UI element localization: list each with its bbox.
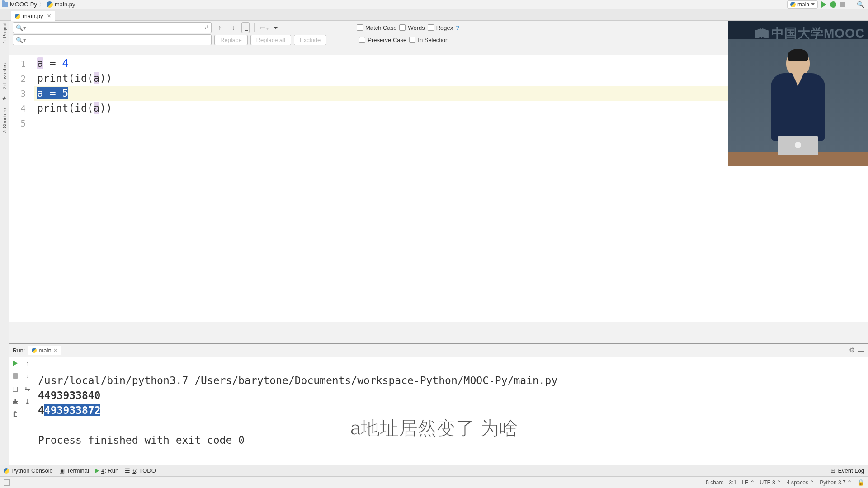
debug-button[interactable] [830,1,836,8]
console-text: 4 [38,404,44,416]
breadcrumb-separator: 〉 [39,0,45,9]
line-number: 1 [9,56,34,71]
python-file-icon [15,14,20,19]
replace-input-box[interactable]: 🔍▾ [13,34,212,45]
run-header: Run: main ✕ ⚙ — [9,344,868,357]
newline-icon[interactable]: ↲ [204,24,208,31]
minimize-icon[interactable]: — [858,347,864,354]
chevron-down-icon [811,3,815,5]
mooc-logo: 中国大学MOOC [728,25,865,42]
console-line: 4493933840 [38,389,100,401]
file-tab-main[interactable]: main.py ✕ [11,11,55,21]
status-interpreter[interactable]: Python 3.7 ⌃ [820,479,852,486]
folder-icon [2,2,8,7]
breadcrumb-file: main.py [55,1,75,8]
words-label: Words [408,24,425,31]
stop-button[interactable] [840,2,845,7]
python-file-icon [790,2,796,7]
status-encoding[interactable]: UTF-8 ⌃ [760,479,781,486]
regex-checkbox[interactable]: Regex [428,24,453,31]
left-tool-strip: 1: Project 2: Favorites ★ 7: Structure [0,21,9,476]
preserve-case-checkbox[interactable]: Preserve Case [359,37,406,43]
python-file-icon [32,348,37,353]
run-button[interactable] [821,1,826,8]
prev-match-button[interactable]: ↑ [214,22,225,33]
replace-all-button[interactable]: Replace all [250,35,291,45]
run-label: Run: [13,347,25,354]
scroll-to-end-icon[interactable]: ⤓ [24,397,32,405]
preserve-case-label: Preserve Case [368,37,406,43]
todo-button[interactable]: ☰ 6: TODO [125,467,156,474]
run-side-toolbar: ◫ 🖶 🗑 ↑ ↓ ⇆ ⤓ [9,357,34,476]
match-case-label: Match Case [365,24,396,31]
bottom-tool-bar: Python Console ▣ Terminal 4: Run ☰ 6: TO… [0,465,868,476]
status-indent[interactable]: 4 spaces ⌃ [787,479,814,486]
label: 4: Run [101,467,118,474]
status-bar: 5 chars 3:1 LF ⌃ UTF-8 ⌃ 4 spaces ⌃ Pyth… [0,476,868,488]
replace-button[interactable]: Replace [214,35,248,45]
status-line-sep[interactable]: LF ⌃ [742,479,754,486]
gear-icon[interactable]: ⚙ [849,346,855,354]
status-cursor-pos[interactable]: 3:1 [729,479,737,486]
code-text: print(id( [37,72,94,84]
add-selection-button[interactable]: ▭₊ [259,22,270,33]
breadcrumb[interactable]: MOOC-Py 〉 main.py [2,0,75,9]
close-tab-icon[interactable]: ✕ [47,13,51,19]
close-icon[interactable]: ✕ [53,347,57,353]
stop-button[interactable] [11,372,19,380]
run-tab[interactable]: main ✕ [28,346,61,355]
python-console-button[interactable]: Python Console [4,467,53,474]
separator [254,23,255,32]
todo-icon: ☰ [125,467,130,474]
variable: a [37,57,43,69]
project-tool-button[interactable]: 1: Project [2,23,7,43]
terminal-button[interactable]: ▣ Terminal [59,467,89,474]
layout-icon[interactable]: ◫ [11,385,19,393]
run-tool-window: Run: main ✕ ⚙ — ◫ 🖶 🗑 ↑ ↓ ⇆ ⤓ /usr/loc [9,343,868,476]
in-selection-label: In Selection [418,37,448,43]
find-input-box[interactable]: 🔍▾ ↲ [13,22,212,33]
lock-icon[interactable]: 🔒 [857,479,864,486]
soft-wrap-icon[interactable]: ⇆ [24,385,32,393]
run-config-name: main [797,1,809,8]
select-all-occurrences-button[interactable]: ☐̲ [241,22,250,33]
separator [851,0,851,9]
python-icon [4,468,9,474]
lecture-video-overlay: 中国大学MOOC [728,21,868,166]
match-case-checkbox[interactable]: Match Case [357,24,396,31]
label: Event Log [838,467,864,474]
file-tab-label: main.py [23,13,43,19]
code-text: print(id( [37,102,94,114]
in-selection-checkbox[interactable]: In Selection [409,37,448,43]
down-icon[interactable]: ↓ [24,372,32,380]
trash-icon[interactable]: 🗑 [11,410,19,418]
print-icon[interactable]: 🖶 [11,397,19,405]
code-text: = [43,57,62,69]
tool-windows-toggle-icon[interactable] [4,479,10,486]
star-icon: ★ [2,95,7,102]
label: Terminal [67,467,89,474]
search-everywhere-icon[interactable]: 🔍 [857,1,864,8]
search-icon: 🔍▾ [16,37,26,43]
status-chars: 5 chars [706,479,723,486]
words-checkbox[interactable]: Words [399,24,425,31]
run-configuration-selector[interactable]: main [787,0,818,9]
terminal-icon: ▣ [59,467,65,474]
run-tool-button[interactable]: 4: Run [95,467,118,474]
event-log-button[interactable]: ⊞ Event Log [830,467,864,474]
python-file-icon [47,1,53,8]
exclude-button[interactable]: Exclude [294,35,326,45]
find-input[interactable] [26,24,204,31]
structure-tool-button[interactable]: 7: Structure [2,108,7,134]
regex-help-icon[interactable]: ? [456,24,459,31]
variable: a [94,72,100,84]
replace-input[interactable] [26,37,208,43]
up-icon[interactable]: ↑ [24,359,32,367]
rerun-button[interactable] [11,359,19,367]
line-number: 4 [9,101,34,116]
book-icon [755,28,769,38]
next-match-button[interactable]: ↓ [228,22,239,33]
favorites-tool-button[interactable]: 2: Favorites [2,63,7,89]
filter-icon[interactable]: ⏷ [273,24,279,31]
label: 6: TODO [132,467,156,474]
